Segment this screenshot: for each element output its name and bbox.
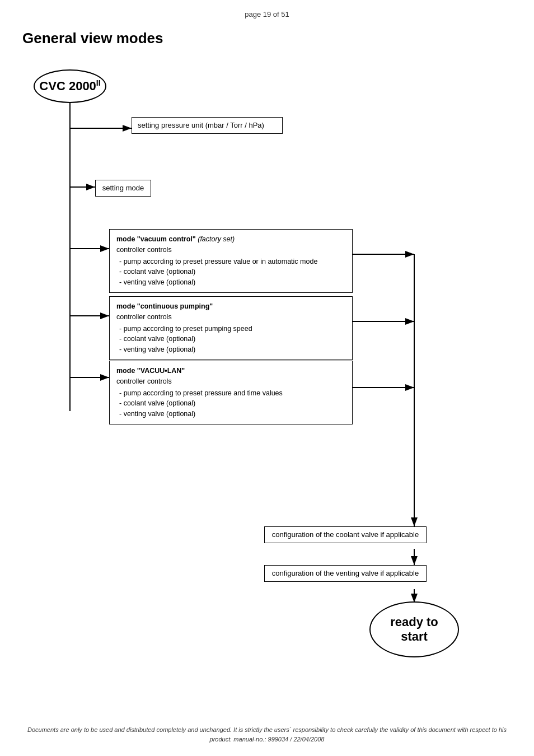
page-number: page 19 of 51 (245, 10, 289, 18)
mode3-line1: pump according to preset pressure and ti… (119, 388, 345, 399)
ready-oval-text: ready tostart (390, 615, 438, 645)
footer-text: Documents are only to be used and distri… (22, 725, 512, 745)
mode1-line2: coolant valve (optional) (119, 267, 345, 277)
mode3-title: mode "VACUU•LAN" (116, 366, 345, 376)
mode1-line1: pump according to preset pressure value … (119, 256, 345, 267)
coolant-valve-box: configuration of the coolant valve if ap… (264, 526, 427, 543)
mode1-line3: venting valve (optional) (119, 277, 345, 288)
mode1-box: mode "vacuum control" (factory set) cont… (109, 229, 353, 293)
page-title: General view modes (22, 30, 512, 47)
mode2-line3: venting valve (optional) (119, 344, 345, 355)
mode3-box: mode "VACUU•LAN" controller controls pum… (109, 361, 353, 424)
mode2-line1: pump according to preset pumping speed (119, 324, 345, 334)
mode2-box: mode "continuous pumping" controller con… (109, 296, 353, 360)
mode2-line2: coolant valve (optional) (119, 334, 345, 344)
mode1-title: mode "vacuum control" (factory set) (116, 234, 345, 245)
cvc-oval: CVC 2000II (34, 69, 106, 103)
mode3-line3: venting valve (optional) (119, 409, 345, 419)
setting-mode-box: setting mode (95, 180, 151, 197)
ready-to-start-oval: ready tostart (369, 601, 459, 657)
mode3-line0: controller controls (116, 376, 345, 387)
mode3-line2: coolant valve (optional) (119, 398, 345, 409)
cvc-label: CVC 2000II (39, 78, 100, 94)
venting-valve-box: configuration of the venting valve if ap… (264, 565, 427, 582)
mode2-line0: controller controls (116, 312, 345, 323)
pressure-unit-box: setting pressure unit (mbar / Torr / hPa… (132, 117, 283, 134)
mode1-line0: controller controls (116, 245, 345, 255)
flowchart: CVC 2000II setting pressure unit (mbar /… (22, 64, 504, 680)
mode2-title: mode "continuous pumping" (116, 301, 345, 312)
